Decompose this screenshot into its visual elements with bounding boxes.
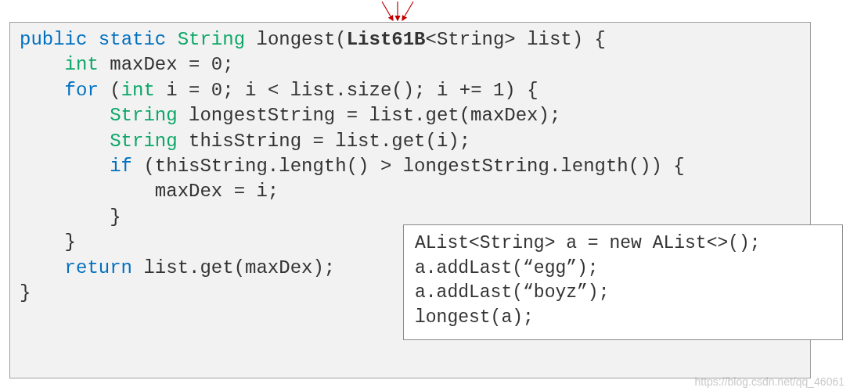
type-string: String [110, 105, 177, 126]
code-line: for (int i = 0; i < list.size(); i += 1)… [20, 78, 801, 103]
keyword-for: for [65, 80, 99, 101]
keyword-static: static [99, 29, 166, 50]
code-line: public static String longest(List61B<Str… [20, 27, 801, 52]
code-line: maxDex = i; [20, 179, 801, 204]
type-int: int [121, 80, 155, 101]
svg-line-0 [382, 2, 393, 20]
type-string: String [178, 29, 245, 50]
code-text: longestString = list.get(maxDex); [178, 105, 561, 126]
method-name: longest( [256, 29, 346, 50]
inset-line: AList<String> a = new AList<>(); [415, 231, 831, 256]
code-block-inset: AList<String> a = new AList<>(); a.addLa… [403, 224, 843, 340]
keyword-public: public [20, 29, 87, 50]
watermark-text: https://blog.csdn.net/qq_46061 [695, 375, 845, 388]
code-text: list.get(maxDex); [132, 257, 335, 278]
code-line: String thisString = list.get(i); [20, 129, 801, 154]
keyword-return: return [65, 257, 132, 278]
keyword-if: if [110, 156, 132, 177]
code-text: thisString = list.get(i); [178, 131, 470, 152]
pointer-arrows [376, 0, 423, 23]
code-line: if (thisString.length() > longestString.… [20, 154, 801, 179]
type-string: String [110, 131, 177, 152]
svg-line-2 [402, 2, 413, 20]
inset-line: a.addLast(“boyz”); [415, 281, 831, 306]
type-int: int [65, 54, 99, 75]
type-list61b: List61B [347, 29, 426, 50]
code-text: <String> list) { [426, 29, 606, 50]
inset-line: longest(a); [415, 306, 831, 331]
code-line: String longestString = list.get(maxDex); [20, 103, 801, 128]
code-text: i = 0; i < list.size(); i += 1) { [155, 80, 538, 101]
inset-line: a.addLast(“egg”); [415, 256, 831, 282]
code-text: maxDex = 0; [99, 54, 234, 75]
code-text: (thisString.length() > longestString.len… [132, 156, 685, 177]
code-text: ( [99, 80, 121, 101]
code-line: int maxDex = 0; [20, 52, 801, 77]
